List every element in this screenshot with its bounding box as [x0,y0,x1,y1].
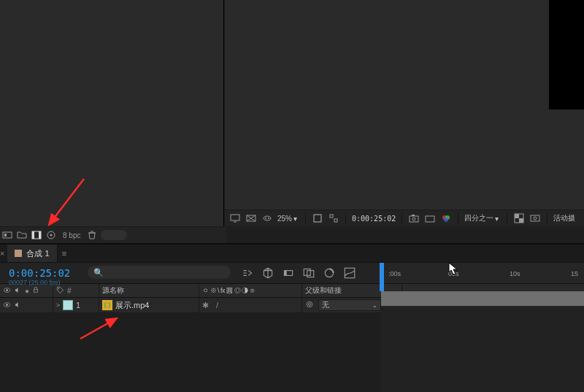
composition-viewer[interactable] [225,0,584,210]
timeline-track-area[interactable] [381,291,584,392]
svg-rect-13 [314,215,321,222]
svg-rect-3 [32,231,34,239]
lock-icon [32,286,39,295]
switch-collapse[interactable]: / [216,301,218,310]
resolution-value: 四分之一 [464,213,493,223]
svg-rect-14 [330,215,333,218]
camera-dropdown[interactable]: 活动摄 [553,213,575,223]
svg-point-9 [264,216,271,220]
bpc-button[interactable]: 8 bpc [60,231,83,239]
zoom-value: 25% [277,215,292,223]
tab-menu-icon[interactable]: ≡ [58,249,71,258]
chevron-down-icon: ▾ [293,215,299,223]
project-body[interactable] [0,0,223,226]
3d-view-icon[interactable] [529,212,541,224]
svg-rect-0 [3,232,12,238]
svg-point-22 [444,218,448,222]
layer-bar-1[interactable] [381,291,584,307]
timeline-search[interactable]: 🔍 [88,266,231,279]
svg-point-43 [307,301,312,307]
svg-point-17 [412,218,415,220]
svg-rect-19 [426,216,434,222]
trash-icon[interactable] [86,229,98,241]
roi-icon[interactable] [328,212,339,224]
pickwhip-icon[interactable] [305,300,314,310]
graph-editor-icon[interactable] [343,266,356,280]
zoom-dropdown[interactable]: 25%▾ [277,215,299,223]
svg-rect-7 [231,215,239,220]
motion-blur-icon[interactable] [323,266,336,280]
svg-point-39 [6,304,8,306]
eye-icon [3,286,11,296]
svg-point-27 [534,217,537,220]
toggle-alpha-icon[interactable] [245,212,257,224]
ruler-tick: 05s [448,270,459,277]
svg-rect-16 [410,216,418,222]
layer-name: 展示.mp4 [115,300,149,311]
resolution-full-icon[interactable] [312,212,323,224]
video-file-icon [102,300,112,310]
switches-column-header[interactable]: ㅇ ※ \ fx 圓 ◎ ◑ ⊙ [199,284,302,297]
search-icon: 🔍 [93,268,104,277]
speaker-icon [14,286,22,296]
composition-preview [549,0,584,109]
new-comp-icon[interactable] [31,229,42,241]
svg-point-44 [309,304,311,306]
tag-icon [56,286,64,296]
svg-rect-23 [515,214,519,218]
mask-icon[interactable] [261,212,273,224]
parent-dropdown[interactable]: 无 ⌄ [318,299,381,311]
show-snapshot-icon[interactable] [424,212,436,224]
work-area-handle[interactable] [380,275,384,291]
comp-mini-flowchart-icon[interactable] [241,266,254,280]
svg-point-37 [58,288,59,288]
draft-3d-icon[interactable] [261,266,274,280]
layer-label-color[interactable] [63,300,73,310]
resolution-dropdown[interactable]: 四分之一▾ [464,213,501,223]
new-folder-icon[interactable] [16,229,28,241]
solo-icon: ● [25,287,29,295]
svg-rect-1 [4,234,7,237]
chevron-down-icon: ⌄ [372,302,377,309]
tab-label: 合成 1 [26,248,49,259]
project-settings-icon[interactable] [45,229,57,241]
audio-toggle[interactable] [14,301,22,310]
svg-rect-29 [284,271,286,276]
snapshot-icon[interactable] [408,212,420,224]
visibility-toggle[interactable] [3,301,11,310]
svg-point-10 [265,218,266,219]
monitor-icon[interactable] [229,212,241,224]
comp-timecode[interactable]: 0:00:25:02 [352,215,396,223]
hash-label: # [67,287,72,295]
chevron-down-icon: ▾ [495,215,501,223]
ruler-tick: 15 [571,270,578,277]
source-name-column-header[interactable]: 源名称 [99,284,199,297]
svg-point-35 [6,289,8,291]
composition-panel: 25%▾ 0:00:25:02 四分之一▾ 活动摄 [225,0,584,226]
color-mgmt-icon[interactable] [440,212,452,224]
tab-close-icon[interactable]: × [0,249,4,258]
timeline-frameinfo: 00027 (25.00 fps) [9,279,61,286]
project-search-pill[interactable] [101,230,127,240]
time-ruler[interactable]: :00s 05s 10s 15 [380,263,584,283]
ruler-tick: 10s [510,270,520,277]
composition-toolbar: 25%▾ 0:00:25:02 四分之一▾ 活动摄 [225,210,584,226]
svg-rect-12 [314,215,321,222]
switch-shy[interactable]: ✱ [202,301,209,310]
svg-point-11 [268,218,269,219]
timeline-timecode[interactable]: 0:00:25:02 [9,267,70,279]
frame-blend-icon[interactable] [302,266,315,280]
timeline-panel: × 合成 1 ≡ 0:00:25:02 00027 (25.00 fps) 🔍 … [0,245,584,392]
parent-value: 无 [322,300,329,310]
svg-rect-4 [39,231,41,239]
svg-point-6 [50,234,53,237]
twirl-icon[interactable]: > [56,301,60,309]
timeline-header: 0:00:25:02 00027 (25.00 fps) 🔍 :00s 05s … [0,263,584,284]
shy-icon[interactable] [282,266,295,280]
svg-rect-42 [110,303,110,307]
interpret-footage-icon[interactable] [1,229,13,241]
transparency-grid-icon[interactable] [513,212,525,224]
timeline-tab-comp1[interactable]: 合成 1 [7,245,57,262]
comp-color-swatch [15,250,22,257]
ruler-tick: :00s [388,270,401,277]
